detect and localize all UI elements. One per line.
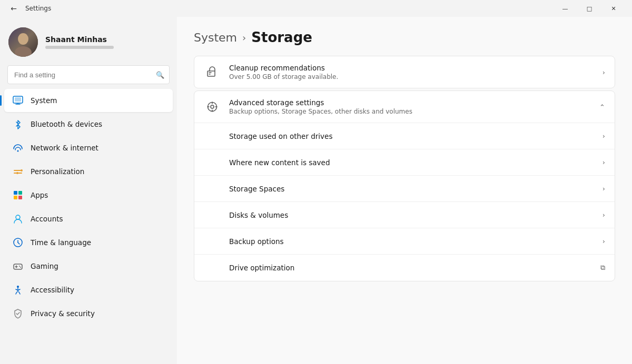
advanced-header[interactable]: Advanced storage settings Backup options… <box>194 91 615 123</box>
sidebar-item-personalization[interactable]: Personalization <box>4 160 173 183</box>
page-title: Storage <box>251 29 312 45</box>
window-controls: — □ ✕ <box>553 0 626 17</box>
sidebar-item-label-bluetooth: Bluetooth & devices <box>31 120 102 128</box>
system-icon <box>13 95 23 106</box>
sub-item-disks-chevron: › <box>603 211 605 219</box>
user-name: Shaant Minhas <box>45 35 114 44</box>
sidebar-item-accounts[interactable]: Accounts <box>4 207 173 230</box>
main-content: System › Storage Cleanup recommendati <box>177 17 632 364</box>
svg-rect-5 <box>15 97 21 102</box>
sidebar-item-accessibility[interactable]: Accessibility <box>4 278 173 301</box>
gaming-icon <box>13 261 23 271</box>
svg-point-8 <box>17 150 19 152</box>
sidebar-item-label-accounts: Accounts <box>31 215 63 223</box>
advanced-subtitle-text: Backup options, Storage Spaces, other di… <box>229 108 591 115</box>
advanced-group: Advanced storage settings Backup options… <box>194 90 615 281</box>
sidebar-item-time[interactable]: Time & language <box>4 231 173 254</box>
personalization-icon <box>13 166 23 177</box>
external-link-icon: ⧉ <box>600 264 605 272</box>
sub-item-other-drives-chevron: › <box>603 132 605 140</box>
cleanup-chevron: › <box>603 68 605 76</box>
sidebar-item-label-accessibility: Accessibility <box>31 286 74 294</box>
search-box: 🔍 <box>7 65 170 84</box>
cleanup-text: Cleanup recommendations Over 5.00 GB of … <box>229 64 594 80</box>
privacy-icon <box>13 308 23 319</box>
sub-item-other-drives[interactable]: Storage used on other drives › <box>194 123 615 149</box>
sidebar-item-label-gaming: Gaming <box>31 262 58 270</box>
sub-item-backup-label: Backup options <box>229 237 603 246</box>
sidebar-item-gaming[interactable]: Gaming <box>4 255 173 278</box>
maximize-button[interactable]: □ <box>577 0 601 17</box>
cleanup-subtitle: Over 5.00 GB of storage available. <box>229 73 594 80</box>
sub-item-new-content-label: Where new content is saved <box>229 158 603 167</box>
sidebar-item-label-personalization: Personalization <box>31 167 84 176</box>
cleanup-item[interactable]: Cleanup recommendations Over 5.00 GB of … <box>194 56 615 88</box>
sidebar-item-label-system: System <box>31 96 57 105</box>
user-info: Shaant Minhas <box>45 35 114 49</box>
advanced-chevron-up: ⌃ <box>599 103 605 111</box>
advanced-title-text: Advanced storage settings <box>229 98 591 107</box>
close-button[interactable]: ✕ <box>601 0 626 17</box>
sub-item-backup-chevron: › <box>603 237 605 245</box>
title-bar: ← Settings — □ ✕ <box>0 0 632 17</box>
page-header: System › Storage <box>194 29 615 45</box>
sidebar-item-privacy[interactable]: Privacy & security <box>4 302 173 325</box>
nav-list: SystemBluetooth & devicesNetwork & inter… <box>0 88 177 326</box>
sidebar-item-network[interactable]: Network & internet <box>4 136 173 159</box>
sidebar-item-label-apps: Apps <box>31 191 48 199</box>
svg-point-26 <box>20 267 21 268</box>
sub-item-disks-volumes-label: Disks & volumes <box>229 211 603 219</box>
svg-rect-16 <box>14 196 17 199</box>
sub-item-backup[interactable]: Backup options › <box>194 228 615 255</box>
search-input[interactable] <box>7 65 170 84</box>
app-body: Shaant Minhas 🔍 SystemBluetooth & device… <box>0 17 632 364</box>
time-icon <box>13 237 23 248</box>
breadcrumb-system[interactable]: System <box>194 31 237 44</box>
cleanup-title: Cleanup recommendations <box>229 64 594 72</box>
sidebar: Shaant Minhas 🔍 SystemBluetooth & device… <box>0 17 177 364</box>
svg-rect-29 <box>208 71 215 76</box>
sub-item-drive-opt-label: Drive optimization <box>229 264 600 272</box>
advanced-title-block: Advanced storage settings Backup options… <box>229 98 591 115</box>
svg-rect-15 <box>18 191 22 195</box>
network-icon <box>13 143 23 153</box>
svg-point-25 <box>19 266 20 267</box>
svg-point-18 <box>16 215 20 219</box>
sidebar-item-label-network: Network & internet <box>31 144 98 152</box>
svg-rect-14 <box>14 191 17 195</box>
svg-point-31 <box>211 105 214 108</box>
apps-icon <box>13 190 23 200</box>
svg-rect-17 <box>18 196 22 199</box>
cleanup-group: Cleanup recommendations Over 5.00 GB of … <box>194 56 615 88</box>
sidebar-item-label-time: Time & language <box>31 238 91 247</box>
accounts-icon <box>13 214 23 224</box>
back-button[interactable]: ← <box>6 1 21 16</box>
user-section: Shaant Minhas <box>0 17 177 65</box>
search-icon: 🔍 <box>156 71 164 79</box>
advanced-icon <box>204 98 221 115</box>
sidebar-item-label-privacy: Privacy & security <box>31 309 95 318</box>
minimize-button[interactable]: — <box>553 0 577 17</box>
sub-item-drive-opt[interactable]: Drive optimization ⧉ <box>194 255 615 281</box>
sub-item-storage-spaces[interactable]: Storage Spaces › <box>194 176 615 202</box>
sub-item-storage-spaces-label: Storage Spaces <box>229 185 603 193</box>
sidebar-item-apps[interactable]: Apps <box>4 184 173 207</box>
app-title: Settings <box>25 5 51 12</box>
sub-item-storage-spaces-chevron: › <box>603 185 605 193</box>
settings-container: Cleanup recommendations Over 5.00 GB of … <box>194 56 615 284</box>
avatar <box>8 27 38 57</box>
svg-line-21 <box>18 242 19 244</box>
sidebar-item-bluetooth[interactable]: Bluetooth & devices <box>4 113 173 136</box>
avatar-image <box>8 27 38 57</box>
sub-item-other-drives-label: Storage used on other drives <box>229 132 603 140</box>
svg-point-10 <box>21 169 23 171</box>
user-email-bar <box>45 46 114 49</box>
sub-item-new-content-chevron: › <box>603 158 605 166</box>
accessibility-icon <box>13 285 23 295</box>
cleanup-icon <box>204 64 221 80</box>
sidebar-item-system[interactable]: System <box>4 89 173 112</box>
breadcrumb-arrow: › <box>242 32 246 43</box>
bluetooth-icon <box>13 119 23 129</box>
sub-item-new-content[interactable]: Where new content is saved › <box>194 149 615 176</box>
sub-item-disks-volumes[interactable]: Disks & volumes › <box>194 202 615 228</box>
